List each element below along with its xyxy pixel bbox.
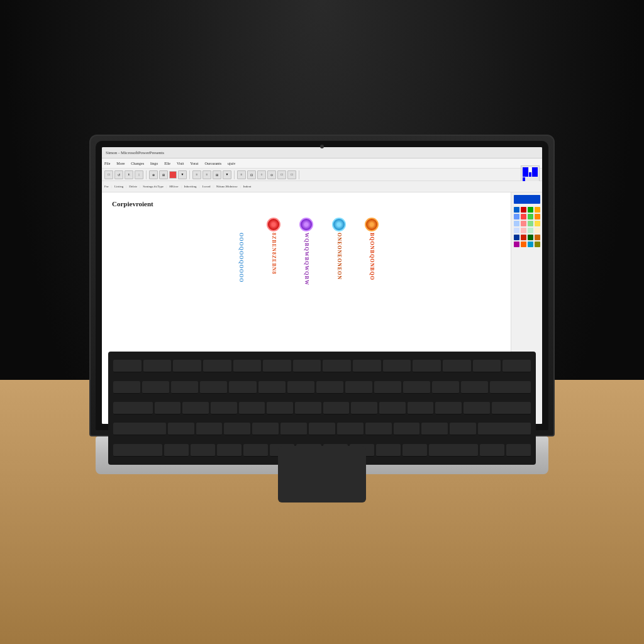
menu-lingo[interactable]: lingo bbox=[150, 162, 158, 165]
key-enter[interactable] bbox=[478, 423, 531, 435]
key-end[interactable] bbox=[506, 444, 531, 457]
toolbar-btn-4[interactable]: | bbox=[135, 170, 143, 179]
toolbar-btn-3[interactable]: E bbox=[125, 170, 133, 179]
key-k[interactable] bbox=[365, 423, 392, 435]
toolbar2-for[interactable]: For bbox=[104, 185, 109, 188]
swatch-green1[interactable] bbox=[528, 207, 533, 213]
key-2[interactable] bbox=[171, 381, 198, 394]
key-1[interactable] bbox=[142, 381, 169, 394]
key-equal[interactable] bbox=[461, 381, 488, 394]
key-o[interactable] bbox=[379, 402, 406, 414]
toolbar-btn-5[interactable]: ▼ bbox=[178, 170, 187, 179]
swatch-orange1[interactable] bbox=[535, 214, 540, 219]
swatch-orange3[interactable] bbox=[521, 242, 526, 247]
key-quote[interactable] bbox=[450, 423, 476, 435]
toolbar-btn-9[interactable]: ≡ bbox=[237, 170, 246, 179]
swatch-orange2[interactable] bbox=[535, 235, 540, 240]
key-semi[interactable] bbox=[421, 423, 448, 435]
key-5[interactable] bbox=[258, 381, 286, 394]
swatch-red5[interactable] bbox=[521, 235, 526, 240]
swatch-yellow2[interactable] bbox=[535, 221, 540, 226]
key-f5[interactable] bbox=[263, 360, 291, 372]
toolbar-btn-6[interactable]: ≡ bbox=[203, 170, 211, 179]
menu-yorat[interactable]: Yorat bbox=[190, 162, 198, 165]
key-l[interactable] bbox=[394, 423, 420, 435]
menu-ujuiv[interactable]: ujuiv bbox=[228, 162, 235, 165]
key-p[interactable] bbox=[408, 402, 434, 414]
key-v[interactable] bbox=[243, 444, 268, 457]
menu-visit[interactable]: Visit bbox=[177, 162, 184, 165]
key-q[interactable] bbox=[155, 402, 181, 414]
key-c[interactable] bbox=[217, 444, 242, 457]
key-d[interactable] bbox=[224, 423, 250, 435]
toolbar-btn-12[interactable]: ⊙ bbox=[267, 170, 276, 179]
key-0[interactable] bbox=[403, 381, 430, 394]
toolbar-btn-14[interactable]: □ bbox=[287, 170, 296, 179]
toolbar2-indent[interactable]: Indent bbox=[243, 185, 252, 188]
key-s[interactable] bbox=[196, 423, 223, 435]
key-tilde[interactable] bbox=[113, 381, 140, 394]
swatch-purple[interactable] bbox=[514, 242, 519, 247]
key-caps[interactable] bbox=[113, 423, 166, 435]
toolbar-btn-10[interactable]: ⊡ bbox=[247, 170, 256, 179]
swatch-olive[interactable] bbox=[535, 242, 540, 247]
key-t[interactable] bbox=[267, 402, 293, 414]
toolbar-btn-13[interactable]: □ bbox=[277, 170, 286, 179]
swatch-blue5[interactable] bbox=[514, 235, 519, 240]
key-f[interactable] bbox=[252, 423, 279, 435]
key-f1[interactable] bbox=[143, 360, 172, 372]
color-swatch-special[interactable] bbox=[514, 195, 540, 204]
swatch-yellow1[interactable] bbox=[535, 207, 540, 213]
key-a[interactable] bbox=[168, 423, 194, 435]
toolbar-btn-save[interactable]: ↺ bbox=[114, 170, 123, 179]
key-bracket-r[interactable] bbox=[464, 402, 490, 414]
key-6[interactable] bbox=[287, 381, 314, 394]
key-f7[interactable] bbox=[323, 360, 351, 372]
toolbar-btn-bold[interactable]: ⊕ bbox=[149, 170, 158, 179]
swatch-green5[interactable] bbox=[528, 235, 533, 240]
key-f2[interactable] bbox=[173, 360, 201, 372]
key-bracket-l[interactable] bbox=[435, 402, 462, 414]
key-f3[interactable] bbox=[203, 360, 231, 372]
key-shift-r[interactable] bbox=[429, 444, 478, 457]
key-7[interactable] bbox=[316, 381, 343, 394]
key-shift-l[interactable] bbox=[113, 444, 162, 457]
toolbar-btn-new[interactable]: □ bbox=[104, 170, 113, 179]
swatch-blue4[interactable] bbox=[514, 228, 519, 233]
toolbar2-word[interactable]: I.word bbox=[202, 185, 210, 188]
key-g[interactable] bbox=[280, 423, 307, 435]
toolbar2-hefeer[interactable]: HEfeer bbox=[169, 185, 178, 188]
key-8[interactable] bbox=[345, 381, 372, 394]
toolbar-btn-align[interactable]: ≡ bbox=[192, 170, 201, 179]
key-f9[interactable] bbox=[383, 360, 411, 372]
toolbar-btn-color[interactable] bbox=[169, 171, 177, 179]
toolbar2-sonings[interactable]: Sonings.fit.Type bbox=[143, 185, 164, 188]
key-f12[interactable] bbox=[473, 360, 501, 372]
toolbar2-inheriting[interactable]: Inheriting bbox=[184, 185, 197, 188]
key-3[interactable] bbox=[200, 381, 227, 394]
toolbar2-delete[interactable]: Delete bbox=[129, 185, 137, 188]
key-z[interactable] bbox=[164, 444, 189, 457]
key-y[interactable] bbox=[295, 402, 321, 414]
swatch-green3[interactable] bbox=[528, 221, 533, 226]
key-w[interactable] bbox=[182, 402, 209, 414]
swatch-blue2[interactable] bbox=[514, 214, 519, 219]
key-backspace[interactable] bbox=[490, 381, 531, 394]
swatch-yellow3[interactable] bbox=[535, 228, 540, 233]
key-4[interactable] bbox=[229, 381, 256, 394]
key-f6[interactable] bbox=[293, 360, 321, 372]
trackpad[interactable] bbox=[278, 446, 366, 502]
key-up[interactable] bbox=[480, 444, 504, 457]
key-del[interactable] bbox=[502, 360, 531, 372]
key-e[interactable] bbox=[211, 402, 237, 414]
key-h[interactable] bbox=[309, 423, 335, 435]
key-minus[interactable] bbox=[432, 381, 459, 394]
key-slash[interactable] bbox=[402, 444, 427, 457]
toolbar-btn-11[interactable]: ○ bbox=[257, 170, 266, 179]
swatch-green2[interactable] bbox=[528, 214, 533, 219]
key-9[interactable] bbox=[374, 381, 401, 394]
key-i[interactable] bbox=[351, 402, 377, 414]
key-x[interactable] bbox=[191, 444, 215, 457]
swatch-cyan[interactable] bbox=[528, 242, 533, 247]
menu-elle[interactable]: Elle bbox=[164, 162, 170, 165]
